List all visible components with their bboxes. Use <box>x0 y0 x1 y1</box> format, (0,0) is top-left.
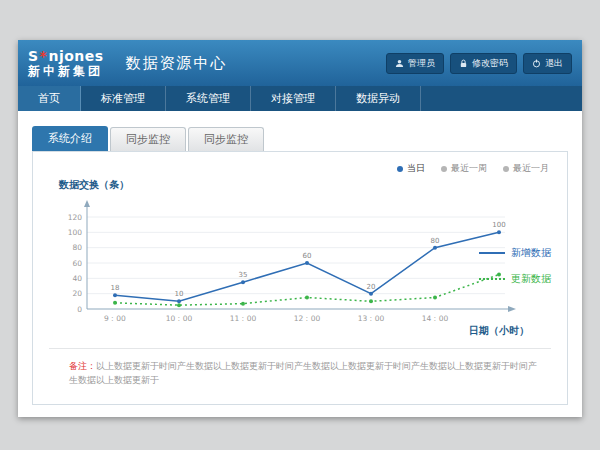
svg-text:10：00: 10：00 <box>166 314 193 323</box>
svg-text:10: 10 <box>175 290 184 298</box>
svg-text:13：00: 13：00 <box>358 314 385 323</box>
svg-text:20: 20 <box>367 283 376 291</box>
dotted-line-icon <box>479 278 505 280</box>
svg-text:80: 80 <box>431 237 440 245</box>
time-range-filters: 当日 最近一周 最近一月 <box>397 162 549 175</box>
svg-text:14：00: 14：00 <box>422 314 449 323</box>
footnote: 备注：以上数据更新于时间产生数据以上数据更新于时间产生数据以上数据更新于时间产生… <box>69 360 541 387</box>
power-icon <box>532 59 541 68</box>
app-header: S*njones 新中新集团 数据资源中心 管理员 修改密码 退出 <box>18 40 582 86</box>
svg-text:0: 0 <box>77 305 82 314</box>
nav-item-integration-management[interactable]: 对接管理 <box>251 86 336 111</box>
main-content: 系统介绍 同步监控 同步监控 当日 最近一周 最近一月 <box>18 111 582 405</box>
logout-button[interactable]: 退出 <box>523 53 572 74</box>
admin-button-label: 管理员 <box>408 57 435 70</box>
filter-today[interactable]: 当日 <box>397 162 425 175</box>
app-window: S*njones 新中新集团 数据资源中心 管理员 修改密码 退出 <box>18 40 582 417</box>
filter-dot-icon <box>397 166 403 172</box>
user-icon <box>395 59 404 68</box>
svg-text:60: 60 <box>303 252 312 260</box>
filter-last-week-label: 最近一周 <box>451 162 487 175</box>
svg-text:35: 35 <box>239 271 248 279</box>
filter-last-month[interactable]: 最近一月 <box>503 162 549 175</box>
svg-text:40: 40 <box>72 274 82 283</box>
nav-item-data-change[interactable]: 数据异动 <box>336 86 421 111</box>
logo-star-icon: * <box>40 48 48 64</box>
svg-text:100: 100 <box>492 221 505 229</box>
footnote-text: 以上数据更新于时间产生数据以上数据更新于时间产生数据以上数据更新于时间产生数据以… <box>69 361 537 385</box>
divider <box>49 348 551 349</box>
filter-today-label: 当日 <box>407 162 425 175</box>
legend-new-data[interactable]: 新增数据 <box>479 246 551 260</box>
brand-logo: S*njones 新中新集团 <box>28 49 104 77</box>
nav-item-system-management[interactable]: 系统管理 <box>166 86 251 111</box>
app-title: 数据资源中心 <box>126 54 228 73</box>
change-password-button[interactable]: 修改密码 <box>450 53 517 74</box>
line-chart: 0204060801001209：0010：0011：0012：0013：001… <box>47 194 527 326</box>
admin-button[interactable]: 管理员 <box>386 53 444 74</box>
brand-company: 新中新集团 <box>28 65 104 78</box>
svg-text:18: 18 <box>111 284 120 292</box>
filter-dot-icon <box>503 166 509 172</box>
svg-text:12：00: 12：00 <box>294 314 321 323</box>
svg-text:120: 120 <box>68 213 83 222</box>
chart-area: 0204060801001209：0010：0011：0012：0013：001… <box>47 194 527 330</box>
series-legend: 新增数据 更新数据 <box>479 246 551 286</box>
page-background: S*njones 新中新集团 数据资源中心 管理员 修改密码 退出 <box>0 0 600 450</box>
footnote-label: 备注： <box>69 361 96 371</box>
nav-item-standard-management[interactable]: 标准管理 <box>81 86 166 111</box>
filter-dot-icon <box>441 166 447 172</box>
filter-last-month-label: 最近一月 <box>513 162 549 175</box>
legend-new-data-label: 新增数据 <box>511 246 551 260</box>
tab-system-intro[interactable]: 系统介绍 <box>32 126 108 151</box>
brand-name: S*njones <box>28 49 104 64</box>
legend-updated-data-label: 更新数据 <box>511 272 551 286</box>
svg-text:60: 60 <box>72 259 82 268</box>
change-password-button-label: 修改密码 <box>472 57 508 70</box>
svg-text:9：00: 9：00 <box>104 314 126 323</box>
svg-text:100: 100 <box>68 228 83 237</box>
lock-icon <box>459 59 468 68</box>
chart-panel: 当日 最近一周 最近一月 数据交换（条） 0204060801001209：00… <box>32 151 568 405</box>
solid-line-icon <box>479 252 505 254</box>
svg-text:11：00: 11：00 <box>230 314 257 323</box>
header-actions: 管理员 修改密码 退出 <box>386 53 572 74</box>
tab-bar: 系统介绍 同步监控 同步监控 <box>32 127 568 151</box>
logout-button-label: 退出 <box>545 57 563 70</box>
y-axis-title: 数据交换（条） <box>59 178 129 192</box>
filter-last-week[interactable]: 最近一周 <box>441 162 487 175</box>
svg-text:80: 80 <box>72 243 82 252</box>
legend-updated-data[interactable]: 更新数据 <box>479 272 551 286</box>
nav-item-home[interactable]: 首页 <box>18 86 81 111</box>
svg-text:20: 20 <box>72 289 82 298</box>
tab-sync-monitor-1[interactable]: 同步监控 <box>110 127 186 151</box>
x-axis-title: 日期（小时） <box>469 324 529 338</box>
main-nav: 首页 标准管理 系统管理 对接管理 数据异动 <box>18 86 582 111</box>
tab-sync-monitor-2[interactable]: 同步监控 <box>188 127 264 151</box>
